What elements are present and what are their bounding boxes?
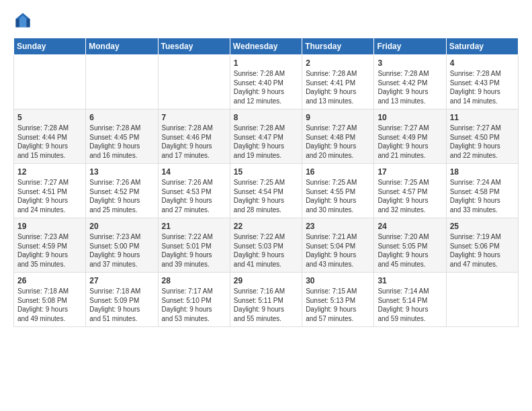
day-number: 12: [17, 167, 82, 177]
header-row: SundayMondayTuesdayWednesdayThursdayFrid…: [14, 38, 519, 55]
day-number: 24: [378, 222, 442, 231]
day-info: Sunrise: 7:28 AM Sunset: 4:40 PM Dayligh…: [234, 69, 298, 105]
day-header-saturday: Saturday: [446, 38, 518, 55]
day-number: 9: [306, 113, 370, 122]
day-info: Sunrise: 7:28 AM Sunset: 4:46 PM Dayligh…: [162, 124, 226, 160]
day-number: 7: [162, 113, 226, 122]
day-header-wednesday: Wednesday: [230, 38, 302, 55]
day-cell: 30Sunrise: 7:15 AM Sunset: 5:13 PM Dayli…: [302, 273, 374, 327]
day-cell: 31Sunrise: 7:14 AM Sunset: 5:14 PM Dayli…: [374, 273, 446, 327]
day-cell: 15Sunrise: 7:25 AM Sunset: 4:54 PM Dayli…: [230, 164, 302, 218]
day-cell: 10Sunrise: 7:27 AM Sunset: 4:49 PM Dayli…: [374, 109, 446, 164]
day-cell: 27Sunrise: 7:18 AM Sunset: 5:09 PM Dayli…: [86, 273, 158, 327]
day-number: 15: [234, 167, 298, 177]
day-info: Sunrise: 7:17 AM Sunset: 5:10 PM Dayligh…: [162, 287, 226, 323]
day-cell: 24Sunrise: 7:20 AM Sunset: 5:05 PM Dayli…: [374, 218, 446, 273]
day-info: Sunrise: 7:16 AM Sunset: 5:11 PM Dayligh…: [234, 287, 298, 323]
day-info: Sunrise: 7:18 AM Sunset: 5:09 PM Dayligh…: [89, 287, 154, 323]
day-cell: 22Sunrise: 7:22 AM Sunset: 5:03 PM Dayli…: [230, 218, 302, 273]
day-cell: 23Sunrise: 7:21 AM Sunset: 5:04 PM Dayli…: [302, 218, 374, 273]
svg-marker-4: [16, 19, 19, 27]
day-info: Sunrise: 7:22 AM Sunset: 5:03 PM Dayligh…: [234, 232, 298, 269]
day-number: 21: [162, 222, 226, 231]
day-number: 17: [378, 167, 442, 177]
day-number: 1: [234, 58, 298, 68]
week-row-5: 26Sunrise: 7:18 AM Sunset: 5:08 PM Dayli…: [14, 273, 519, 327]
day-info: Sunrise: 7:27 AM Sunset: 4:51 PM Dayligh…: [17, 178, 82, 214]
week-row-4: 19Sunrise: 7:23 AM Sunset: 4:59 PM Dayli…: [14, 218, 519, 273]
day-cell: 5Sunrise: 7:28 AM Sunset: 4:44 PM Daylig…: [14, 109, 86, 164]
day-cell: 3Sunrise: 7:28 AM Sunset: 4:42 PM Daylig…: [374, 55, 446, 109]
day-cell: 19Sunrise: 7:23 AM Sunset: 4:59 PM Dayli…: [14, 218, 86, 273]
day-info: Sunrise: 7:21 AM Sunset: 5:04 PM Dayligh…: [306, 232, 370, 269]
day-cell: 13Sunrise: 7:26 AM Sunset: 4:52 PM Dayli…: [86, 164, 158, 218]
day-header-thursday: Thursday: [302, 38, 374, 55]
day-cell: 1Sunrise: 7:28 AM Sunset: 4:40 PM Daylig…: [230, 55, 302, 109]
day-cell: 25Sunrise: 7:19 AM Sunset: 5:06 PM Dayli…: [446, 218, 518, 273]
day-number: 11: [450, 113, 515, 122]
day-number: 2: [306, 58, 370, 68]
day-number: 26: [17, 276, 82, 285]
day-cell: [14, 55, 86, 109]
day-info: Sunrise: 7:20 AM Sunset: 5:05 PM Dayligh…: [378, 232, 442, 269]
day-info: Sunrise: 7:28 AM Sunset: 4:42 PM Dayligh…: [378, 69, 442, 105]
day-info: Sunrise: 7:22 AM Sunset: 5:01 PM Dayligh…: [162, 232, 226, 269]
week-row-1: 1Sunrise: 7:28 AM Sunset: 4:40 PM Daylig…: [14, 55, 519, 109]
day-info: Sunrise: 7:24 AM Sunset: 4:58 PM Dayligh…: [450, 178, 515, 214]
day-number: 27: [89, 276, 154, 285]
day-header-sunday: Sunday: [14, 38, 86, 55]
day-cell: 16Sunrise: 7:25 AM Sunset: 4:55 PM Dayli…: [302, 164, 374, 218]
day-number: 5: [17, 113, 82, 122]
day-cell: [86, 55, 158, 109]
day-header-monday: Monday: [86, 38, 158, 55]
day-info: Sunrise: 7:25 AM Sunset: 4:54 PM Dayligh…: [234, 178, 298, 214]
day-cell: 29Sunrise: 7:16 AM Sunset: 5:11 PM Dayli…: [230, 273, 302, 327]
day-info: Sunrise: 7:23 AM Sunset: 5:00 PM Dayligh…: [89, 232, 154, 269]
day-info: Sunrise: 7:15 AM Sunset: 5:13 PM Dayligh…: [306, 287, 370, 323]
day-cell: 17Sunrise: 7:25 AM Sunset: 4:57 PM Dayli…: [374, 164, 446, 218]
day-number: 25: [450, 222, 515, 231]
day-cell: 8Sunrise: 7:28 AM Sunset: 4:47 PM Daylig…: [230, 109, 302, 164]
day-info: Sunrise: 7:14 AM Sunset: 5:14 PM Dayligh…: [378, 287, 442, 323]
logo-icon: [13, 11, 32, 30]
day-cell: 21Sunrise: 7:22 AM Sunset: 5:01 PM Dayli…: [158, 218, 230, 273]
day-number: 23: [306, 222, 370, 231]
day-number: 16: [306, 167, 370, 177]
day-info: Sunrise: 7:23 AM Sunset: 4:59 PM Dayligh…: [17, 232, 82, 269]
day-number: 14: [162, 167, 226, 177]
header: [13, 11, 519, 30]
day-cell: 26Sunrise: 7:18 AM Sunset: 5:08 PM Dayli…: [14, 273, 86, 327]
calendar-table: SundayMondayTuesdayWednesdayThursdayFrid…: [13, 38, 519, 327]
day-cell: 4Sunrise: 7:28 AM Sunset: 4:43 PM Daylig…: [446, 55, 518, 109]
day-number: 28: [162, 276, 226, 285]
day-cell: [158, 55, 230, 109]
day-info: Sunrise: 7:27 AM Sunset: 4:49 PM Dayligh…: [378, 124, 442, 160]
day-cell: 20Sunrise: 7:23 AM Sunset: 5:00 PM Dayli…: [86, 218, 158, 273]
day-number: 4: [450, 58, 515, 68]
day-number: 22: [234, 222, 298, 231]
day-info: Sunrise: 7:27 AM Sunset: 4:50 PM Dayligh…: [450, 124, 515, 160]
day-cell: 14Sunrise: 7:26 AM Sunset: 4:53 PM Dayli…: [158, 164, 230, 218]
day-header-tuesday: Tuesday: [158, 38, 230, 55]
day-info: Sunrise: 7:28 AM Sunset: 4:44 PM Dayligh…: [17, 124, 82, 160]
day-cell: 6Sunrise: 7:28 AM Sunset: 4:45 PM Daylig…: [86, 109, 158, 164]
svg-marker-2: [26, 19, 30, 27]
day-number: 10: [378, 113, 442, 122]
day-info: Sunrise: 7:27 AM Sunset: 4:48 PM Dayligh…: [306, 124, 370, 160]
day-number: 8: [234, 113, 298, 122]
day-info: Sunrise: 7:25 AM Sunset: 4:57 PM Dayligh…: [378, 178, 442, 214]
day-info: Sunrise: 7:28 AM Sunset: 4:41 PM Dayligh…: [306, 69, 370, 105]
day-cell: 28Sunrise: 7:17 AM Sunset: 5:10 PM Dayli…: [158, 273, 230, 327]
day-cell: 7Sunrise: 7:28 AM Sunset: 4:46 PM Daylig…: [158, 109, 230, 164]
day-cell: 12Sunrise: 7:27 AM Sunset: 4:51 PM Dayli…: [14, 164, 86, 218]
logo: [13, 11, 35, 30]
day-cell: 9Sunrise: 7:27 AM Sunset: 4:48 PM Daylig…: [302, 109, 374, 164]
day-header-friday: Friday: [374, 38, 446, 55]
day-info: Sunrise: 7:28 AM Sunset: 4:47 PM Dayligh…: [234, 124, 298, 160]
week-row-2: 5Sunrise: 7:28 AM Sunset: 4:44 PM Daylig…: [14, 109, 519, 164]
day-number: 3: [378, 58, 442, 68]
day-info: Sunrise: 7:28 AM Sunset: 4:43 PM Dayligh…: [450, 69, 515, 105]
day-cell: 2Sunrise: 7:28 AM Sunset: 4:41 PM Daylig…: [302, 55, 374, 109]
day-cell: [446, 273, 518, 327]
day-cell: 11Sunrise: 7:27 AM Sunset: 4:50 PM Dayli…: [446, 109, 518, 164]
